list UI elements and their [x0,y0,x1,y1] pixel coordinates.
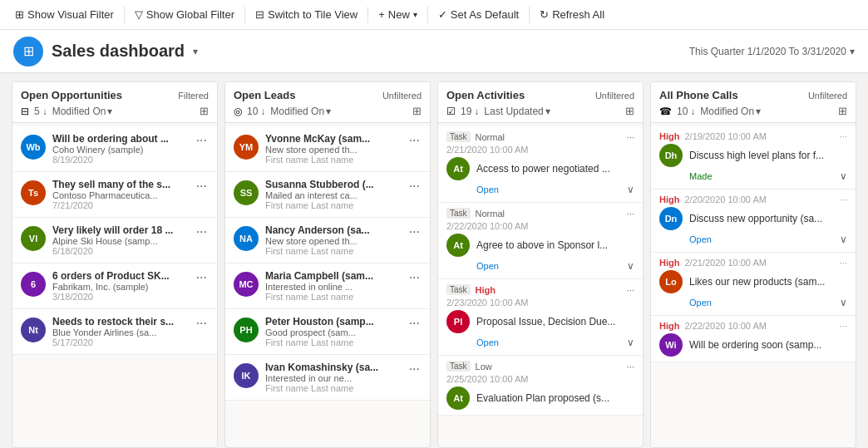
card-content: Susanna Stubberod (... Mailed an interes… [265,179,401,210]
phone-meta-4: High 2/22/2020 10:00 AM ··· [659,321,847,331]
avatar: Pl [446,310,470,333]
activity-datetime-4: 2/25/2020 10:00 AM [446,374,634,384]
opportunities-settings-icon[interactable]: ⊞ [200,105,209,117]
card-more-icon[interactable]: ··· [407,179,422,194]
list-item[interactable]: High 2/20/2020 10:00 AM ··· Dn Discuss n… [651,190,856,253]
phone-priority-4: High [659,321,679,331]
leads-sort[interactable]: Modified On ▾ [270,106,331,117]
table-row[interactable]: Wb Will be ordering about ... Coho Winer… [12,126,217,172]
activity-title-3: Proposal Issue, Decision Due... [476,316,634,327]
avatar: PH [234,318,259,342]
activities-sort[interactable]: Last Updated ▾ [484,106,550,117]
phone-settings-icon[interactable]: ⊞ [838,105,847,117]
funnel-icon: ▽ [135,8,143,21]
open-leads-column: Open Leads Unfiltered ◎ 10 ↓ Modified On… [224,81,431,448]
phone-more-2[interactable]: ··· [840,194,847,204]
phone-more-1[interactable]: ··· [840,131,847,141]
quarter-range[interactable]: This Quarter 1/1/2020 To 3/31/2020 ▾ [689,46,855,57]
separator-5 [529,7,530,23]
phone-more-4[interactable]: ··· [840,321,847,331]
activity-more-2[interactable]: ··· [627,209,634,219]
phone-more-3[interactable]: ··· [840,258,847,268]
phone-title-4: Will be ordering soon (samp... [689,339,847,351]
opportunities-sort-icon: ⊟ [21,106,29,117]
card-more-icon[interactable]: ··· [407,224,422,239]
list-item[interactable]: Task Normal ··· 2/22/2020 10:00 AM At Ag… [438,203,643,279]
new-button[interactable]: + New ▾ [370,0,426,30]
activity-row-3: Pl Proposal Issue, Decision Due... [446,310,634,333]
show-visual-filter-button[interactable]: ⊞ Show Visual Filter [7,0,122,30]
table-row[interactable]: 6 6 orders of Product SK... Fabrikam, In… [12,263,217,309]
activity-datetime-1: 2/21/2020 10:00 AM [446,145,634,155]
open-activities-column: Open Activities Unfiltered ☑ 19 ↓ Last U… [437,81,644,448]
activity-status-3: Open ∨ [446,333,634,350]
table-row[interactable]: Ts They sell many of the s... Contoso Ph… [12,172,217,218]
card-more-icon[interactable]: ··· [407,133,422,148]
avatar: Vl [21,226,46,251]
card-more-icon[interactable]: ··· [195,224,209,239]
activity-more-1[interactable]: ··· [627,132,634,142]
activity-chevron-3[interactable]: ∨ [627,337,634,348]
activity-chevron-2[interactable]: ∨ [627,260,634,272]
phone-title-2: Discuss new opportunity (sa... [689,213,847,224]
list-item[interactable]: Task Normal ··· 2/21/2020 10:00 AM At Ac… [438,126,643,203]
activity-chevron-1[interactable]: ∨ [627,184,634,195]
page-title: Sales dashboard [52,42,185,61]
activity-datetime-3: 2/23/2020 10:00 AM [446,298,634,308]
card-more-icon[interactable]: ··· [195,316,209,331]
activity-more-3[interactable]: ··· [627,285,634,295]
activity-row-2: At Agree to above in Sponsor l... [446,234,634,257]
all-phone-calls-column: All Phone Calls Unfiltered ☎ 10 ↓ Modifi… [650,81,856,448]
card-more-icon[interactable]: ··· [407,270,422,285]
title-chevron-icon[interactable]: ▾ [193,46,198,57]
header-left: ⊞ Sales dashboard ▾ [13,37,198,66]
card-more-icon[interactable]: ··· [195,179,209,194]
table-row[interactable]: YM Yvonne McKay (sam... New store opened… [225,126,430,172]
list-item[interactable]: High 2/22/2020 10:00 AM ··· Wi Will be o… [651,316,856,362]
quarter-chevron-icon: ▾ [850,46,855,57]
card-content: They sell many of the s... Contoso Pharm… [52,179,188,210]
card-more-icon[interactable]: ··· [407,316,422,331]
avatar: YM [234,135,259,160]
card-more-icon[interactable]: ··· [407,362,422,377]
all-phone-calls-title: All Phone Calls [659,89,738,101]
activity-title-2: Agree to above in Sponsor l... [476,239,634,251]
table-row[interactable]: IK Ivan Komashinsky (sa... Interested in… [225,355,430,401]
table-row[interactable]: Vl Very likely will order 18 ... Alpine … [12,218,217,263]
phone-chevron-3[interactable]: ∨ [840,297,847,308]
activities-settings-icon[interactable]: ⊞ [625,105,634,117]
phone-chevron-1[interactable]: ∨ [840,170,847,182]
table-row[interactable]: MC Maria Campbell (sam... Interested in … [225,263,430,309]
opportunities-down-icon: ↓ [42,106,47,117]
list-item[interactable]: Task High ··· 2/23/2020 10:00 AM Pl Prop… [438,279,643,356]
show-global-filter-button[interactable]: ▽ Show Global Filter [126,0,243,30]
table-row[interactable]: PH Peter Houston (samp... Good prospect … [225,309,430,355]
card-more-icon[interactable]: ··· [195,270,209,285]
refresh-all-button[interactable]: ↻ Refresh All [531,0,613,30]
phone-sort[interactable]: Modified On ▾ [700,106,761,117]
opportunities-sort[interactable]: Modified On ▾ [52,106,113,117]
avatar: At [446,157,470,180]
list-item[interactable]: High 2/21/2020 10:00 AM ··· Lo Likes our… [651,253,856,316]
phone-row-3: Lo Likes our new products (sam... [659,270,847,293]
phone-priority-1: High [659,131,679,141]
card-more-icon[interactable]: ··· [195,133,209,148]
dashboard: Open Opportunities Filtered ⊟ 5 ↓ Modifi… [0,73,868,448]
opportunities-sort-chevron: ▾ [107,106,112,117]
set-as-default-button[interactable]: ✓ Set As Default [430,0,527,30]
list-item[interactable]: Task Low ··· 2/25/2020 10:00 AM At Evalu… [438,356,643,416]
table-row[interactable]: Nt Needs to restock their s... Blue Yond… [12,309,217,355]
activity-more-4[interactable]: ··· [627,362,634,372]
switch-to-tile-view-button[interactable]: ⊟ Switch to Tile View [247,0,366,30]
table-row[interactable]: NA Nancy Anderson (sa... New store opene… [225,218,430,263]
phone-chevron-2[interactable]: ∨ [840,234,847,245]
phone-meta-1: High 2/19/2020 10:00 AM ··· [659,131,847,141]
priority-4: Low [476,362,492,372]
leads-settings-icon[interactable]: ⊞ [412,105,422,117]
leads-count: 10 ↓ [247,106,265,117]
table-row[interactable]: SS Susanna Stubberod (... Mailed an inte… [225,172,430,218]
phone-title-3: Likes our new products (sam... [689,276,847,288]
phone-icon: ☎ [659,106,672,117]
avatar: Dn [659,207,683,230]
list-item[interactable]: High 2/19/2020 10:00 AM ··· Dh Discuss h… [651,126,856,190]
